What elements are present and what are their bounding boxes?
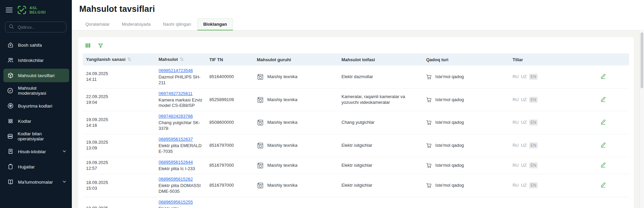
tab-moderatsiyada[interactable]: Moderatsiyada [116,18,157,30]
language-tag: RU [513,163,519,168]
sidebar-item-label: Ishtirokchilar [18,58,44,63]
col-yangilanish-sanasi[interactable]: Yangilanish sanasi [83,53,155,66]
vertical-scrollbar[interactable] [640,30,644,208]
language-tag: RU [513,97,519,102]
search-input[interactable] [17,24,59,30]
table-row: 24.09.202514:1106985214723546Dazmol PHIL… [83,66,629,88]
language-tag: EN [529,119,538,125]
language-tag: UZ [521,143,527,148]
edit-icon[interactable] [600,73,606,79]
washing-machine-icon [257,73,264,80]
languages: RUUZEN [509,134,577,157]
language-tag: EN [529,74,538,80]
product-group: Maishiy texnika [267,120,297,125]
washing-machine-icon [257,119,264,126]
tab-nashr-qilingan[interactable]: Nashr qilingan [157,18,197,30]
page-title: Mahsulot tavsiflari [79,4,644,14]
sidebar-item-label: Bosh sahifa [18,43,42,48]
product-name: Elektr plita Ic I-233 [159,166,203,172]
language-tag: RU [513,120,519,125]
table-row: 19.09.202513:0906895956152637Elektr plit… [83,134,629,157]
edit-icon[interactable] [600,182,606,188]
edit-icon[interactable] [600,142,606,148]
product-category: Kameralar, raqamli kameralar va yozuvchi… [338,88,423,111]
clipboard-icon [7,163,14,170]
language-tag: EN [529,97,538,103]
scrollbar-thumb[interactable] [641,32,643,88]
product-category: Elektr isitgichlar [338,174,423,197]
sidebar-item-bosh-sahifa[interactable]: Bosh sahifa [3,38,69,52]
sidebar-nav: Bosh sahifa Ishtirokchilar Mahsulot tavs… [0,38,72,189]
products-table: Yangilanish sanasi Mahsulot TIF TN Mahsu… [83,53,629,208]
sidebar-search[interactable] [5,22,66,32]
sidebar-item-mahsulot-tavsiflari[interactable]: Mahsulot tavsiflari [3,69,69,82]
sidebar-item-ishtirokchilar[interactable]: Ishtirokchilar [3,53,69,67]
cube-icon [7,72,14,79]
product-category: Elektr dazmollar [338,66,423,88]
tif-tn-value: 8516797000 [206,174,253,197]
product-category: Chang yutgichlar [338,111,423,134]
product-code-link[interactable]: 06985214723546 [159,68,193,73]
language-tag: UZ [521,163,527,168]
sidebar-item-label: Hujjatlar [18,164,35,169]
languages: RUUZEN [509,88,577,111]
washing-machine-icon [257,162,264,169]
sidebar-item-label: Hisob-kitoblar [18,149,46,154]
sidebar-item-label: Kodlar bilan operatsiyalar [18,131,66,141]
sidebar-item-kodlar[interactable]: Kodlar [3,114,69,128]
users-icon [7,57,14,64]
sidebar-item-mahsulot-moderatsiyasi[interactable]: Mahsulot moderatsiyasi [3,84,69,97]
updated-date: 19.09.202513:09 [83,134,155,157]
asl-belgisi-logo: ASLBELGISI [17,5,46,15]
tab-qoralamalar[interactable]: Qoralamalar [79,18,116,30]
table-card: Yangilanish sanasi Mahsulot TIF TN Mahsu… [78,37,634,208]
sidebar-item-hisob-kitoblar[interactable]: Hisob-kitoblar [3,145,69,158]
language-tag: EN [529,142,538,148]
product-name: Dazmol PHILIPS SH-211 [159,74,203,86]
tif-tn-value: 8508600000 [206,111,253,134]
sort-icon[interactable] [180,57,184,62]
hamburger-menu-icon[interactable] [6,7,13,13]
edit-icon[interactable] [600,162,606,168]
product-code-link[interactable]: 06895956152637 [159,137,193,142]
product-code-link[interactable]: 06974927325611 [159,91,192,96]
sidebar-item-label: Buyurtma kodlari [18,103,52,109]
cart-icon [426,183,432,188]
product-code-link[interactable]: 06896595615262 [159,177,193,182]
product-name: Chang yutgichlar SK-3378 [159,120,203,132]
edit-icon[interactable] [600,96,606,102]
sidebar-item-kodlar-bilan-operatsiyalar[interactable]: Kodlar bilan operatsiyalar [3,130,69,143]
sidebar-item-buyurtma-kodlari[interactable]: Buyurtma kodlari [3,99,69,113]
sidebar-item-malumotnomalar[interactable]: Ma'lumotnomalar [3,175,69,189]
filter-icon[interactable] [98,43,103,48]
check-brackets-icon [17,5,27,15]
cart-icon [426,120,432,125]
product-code-link[interactable]: 06974824283786 [159,114,193,119]
tif-tn-value: 8525899109 [206,88,253,111]
tab-bar: Qoralamalar Moderatsiyada Nashr qilingan… [72,14,644,30]
tab-bloklangan[interactable]: Bloklangan [197,18,233,30]
layers-icon [7,133,14,140]
tif-tn-value: 8516400000 [206,66,253,88]
languages: RUUZEN [509,66,577,88]
language-tag: UZ [521,183,527,188]
language-tag: UZ [521,74,527,79]
edit-icon[interactable] [600,119,606,125]
badge-check-icon [7,87,14,94]
product-code-link[interactable]: 06896595615255 [159,200,193,205]
search-icon [9,24,14,30]
updated-date: 18.09.202515:03 [83,174,155,197]
language-tag: UZ [521,97,527,102]
col-mahsulot[interactable]: Mahsulot [155,53,206,66]
col-qadoq-turi: Qadoq turi [423,53,509,66]
table-row: 19.09.202512:5706895956152644Elektr plit… [83,157,629,174]
sidebar-item-hujjatlar[interactable]: Hujjatlar [3,160,69,174]
table-row: 18.09.202515:0306896595615255Elektr plit… [83,197,629,208]
sidebar: ASLBELGISI Bosh sahifa Ishtirokchilar Ma… [0,0,72,208]
product-code-link[interactable]: 06895956152644 [159,160,193,165]
tif-tn-value: 8516797000 [206,157,253,174]
columns-settings-icon[interactable] [85,43,91,48]
sort-icon[interactable] [127,57,131,62]
product-category: Elektr isitgichlar [338,157,423,174]
table-row: 22.09.202519:0406974927325611Kamera mark… [83,88,629,111]
